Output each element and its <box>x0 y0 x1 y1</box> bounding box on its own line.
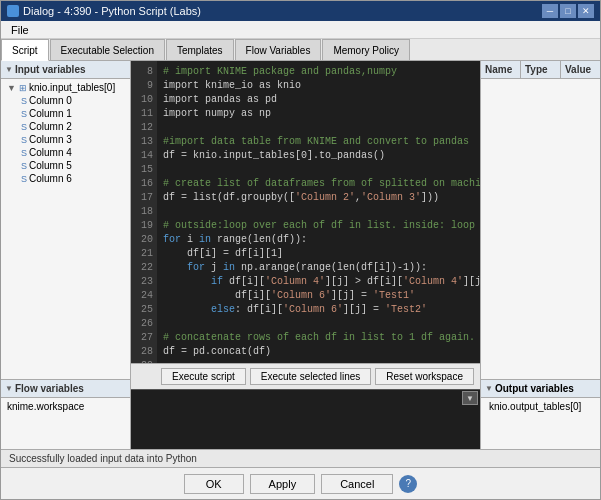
tree-expand-icon: ▼ <box>7 83 17 93</box>
console-minimize-button[interactable]: ▼ <box>462 391 478 405</box>
tree-column-0[interactable]: S Column 0 <box>17 94 128 107</box>
tab-script[interactable]: Script <box>1 39 49 61</box>
column-icon: S <box>21 109 27 119</box>
output-variables-header: ▼ Output variables <box>481 380 600 398</box>
input-variables-header: ▼ Input variables <box>1 61 130 79</box>
lower-left-panel: ▼ Flow variables knime.workspace <box>1 379 130 449</box>
column-icon: S <box>21 122 27 132</box>
output-variables-list: knio.output_tables[0] <box>481 398 600 449</box>
output-var-item: knio.output_tables[0] <box>485 400 596 413</box>
editor-scroll-area[interactable]: 8 9 10 11 12 13 14 15 16 17 18 19 20 21 <box>131 61 480 363</box>
tree-column-6[interactable]: S Column 6 <box>17 172 128 185</box>
tab-templates[interactable]: Templates <box>166 39 234 60</box>
tree-column-4[interactable]: S Column 4 <box>17 146 128 159</box>
tab-executable-selection[interactable]: Executable Selection <box>50 39 165 60</box>
tab-memory-policy[interactable]: Memory Policy <box>322 39 410 60</box>
svg-point-0 <box>9 7 17 15</box>
minimize-button[interactable]: ─ <box>542 4 558 18</box>
code-editor[interactable]: 8 9 10 11 12 13 14 15 16 17 18 19 20 21 <box>131 61 480 363</box>
flow-variables-header: ▼ Flow variables <box>1 380 130 398</box>
window-icon <box>7 5 19 17</box>
cancel-button[interactable]: Cancel <box>321 474 393 494</box>
flow-variables-list: knime.workspace <box>1 398 130 449</box>
name-column-header: Name <box>481 61 521 78</box>
bottom-bar: OK Apply Cancel ? <box>1 467 600 499</box>
status-text: Successfully loaded input data into Pyth… <box>9 453 197 464</box>
close-button[interactable]: ✕ <box>578 4 594 18</box>
tree-root-item[interactable]: ▼ ⊞ knio.input_tables[0] <box>3 81 128 94</box>
maximize-button[interactable]: □ <box>560 4 576 18</box>
tab-flow-variables[interactable]: Flow Variables <box>235 39 322 60</box>
type-column-header: Type <box>521 61 561 78</box>
title-bar: Dialog - 4:390 - Python Script (Labs) ─ … <box>1 1 600 21</box>
help-button[interactable]: ? <box>399 475 417 493</box>
output-collapse-icon: ▼ <box>485 384 493 393</box>
reset-workspace-button[interactable]: Reset workspace <box>375 368 474 385</box>
main-content: ▼ Input variables ▼ ⊞ knio.input_tables[… <box>1 61 600 449</box>
right-panel-body <box>481 79 600 379</box>
output-variables-panel: ▼ Output variables knio.output_tables[0] <box>481 379 600 449</box>
table-icon: ⊞ <box>19 83 27 93</box>
flow-collapse-arrow-icon: ▼ <box>5 384 13 393</box>
line-numbers: 8 9 10 11 12 13 14 15 16 17 18 19 20 21 <box>131 61 157 363</box>
right-panel-header: Name Type Value <box>481 61 600 79</box>
console-area: ▼ <box>131 389 480 449</box>
window-title: Dialog - 4:390 - Python Script (Labs) <box>23 5 201 17</box>
tree-children: S Column 0 S Column 1 S Column 2 S Colum… <box>3 94 128 185</box>
column-icon: S <box>21 161 27 171</box>
status-bar: Successfully loaded input data into Pyth… <box>1 449 600 467</box>
file-menu[interactable]: File <box>5 23 35 37</box>
tree-column-3[interactable]: S Column 3 <box>17 133 128 146</box>
center-panel: 8 9 10 11 12 13 14 15 16 17 18 19 20 21 <box>131 61 480 449</box>
left-panel: ▼ Input variables ▼ ⊞ knio.input_tables[… <box>1 61 131 449</box>
input-variables-tree[interactable]: ▼ ⊞ knio.input_tables[0] S Column 0 S Co… <box>1 79 130 379</box>
column-icon: S <box>21 135 27 145</box>
main-window: Dialog - 4:390 - Python Script (Labs) ─ … <box>0 0 601 500</box>
tab-bar: Script Executable Selection Templates Fl… <box>1 39 600 61</box>
console-content <box>131 406 480 449</box>
tree-column-5[interactable]: S Column 5 <box>17 159 128 172</box>
console-toolbar: ▼ <box>131 390 480 406</box>
apply-button[interactable]: Apply <box>250 474 316 494</box>
execute-selected-button[interactable]: Execute selected lines <box>250 368 372 385</box>
menu-bar: File <box>1 21 600 39</box>
ok-button[interactable]: OK <box>184 474 244 494</box>
code-text[interactable]: # import KNIME package and pandas,numpy … <box>157 61 480 363</box>
tree-column-1[interactable]: S Column 1 <box>17 107 128 120</box>
value-column-header: Value <box>561 61 600 78</box>
flow-var-item[interactable]: knime.workspace <box>3 400 128 413</box>
right-panel: Name Type Value ▼ Output variables knio.… <box>480 61 600 449</box>
column-icon: S <box>21 148 27 158</box>
column-icon: S <box>21 96 27 106</box>
tree-column-2[interactable]: S Column 2 <box>17 120 128 133</box>
collapse-arrow-icon: ▼ <box>5 65 13 74</box>
column-icon: S <box>21 174 27 184</box>
execute-script-button[interactable]: Execute script <box>161 368 246 385</box>
editor-toolbar: Execute script Execute selected lines Re… <box>131 363 480 389</box>
